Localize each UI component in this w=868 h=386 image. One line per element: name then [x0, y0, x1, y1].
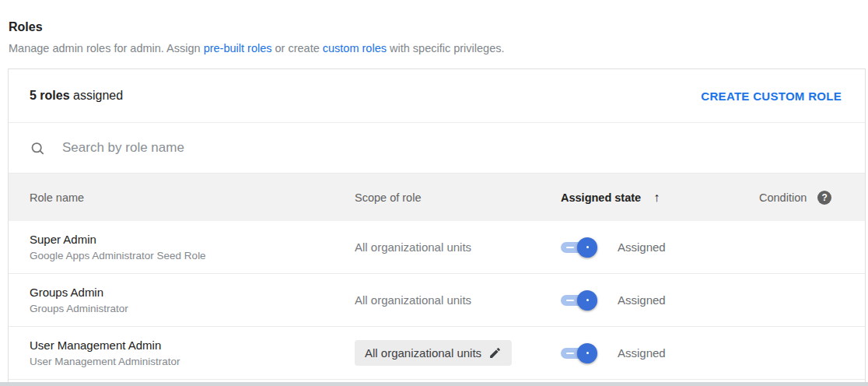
sort-ascending-icon: ↑ — [653, 191, 660, 205]
toggle-knob-icon — [577, 237, 597, 258]
prebuilt-roles-link[interactable]: pre-built roles — [204, 42, 272, 54]
scope-of-role: All organizational units — [355, 240, 471, 254]
search-input[interactable] — [61, 139, 844, 156]
scope-cell: All organizational units — [355, 240, 561, 254]
column-header-assigned-state[interactable]: Assigned state ↑ — [561, 191, 759, 205]
assigned-toggle[interactable] — [561, 290, 598, 311]
role-description: User Management Administrator — [30, 356, 355, 367]
roles-count-number: 5 roles — [30, 89, 70, 102]
toggle-dash-icon — [566, 247, 574, 249]
assigned-state-label: Assigned — [618, 346, 666, 360]
description-text: Manage admin roles for admin. Assign — [9, 42, 204, 54]
page-description: Manage admin roles for admin. Assign pre… — [9, 41, 860, 55]
table-header: Role name Scope of role Assigned state ↑… — [9, 174, 865, 221]
role-description: Google Apps Administrator Seed Role — [30, 250, 355, 261]
role-name: User Management Admin — [30, 339, 355, 352]
assigned-state-cell: Assigned — [561, 237, 759, 258]
role-name-cell: User Management Admin User Management Ad… — [30, 339, 355, 367]
assigned-toggle[interactable] — [561, 343, 598, 363]
role-name: Groups Admin — [30, 286, 355, 299]
search-bar — [9, 123, 865, 174]
page-title: Roles — [9, 20, 860, 34]
roles-count-label: assigned — [70, 89, 124, 102]
assigned-state-cell: Assigned — [561, 343, 759, 363]
help-icon[interactable]: ? — [817, 191, 831, 205]
assigned-toggle[interactable] — [561, 237, 598, 258]
horizontal-scrollbar[interactable] — [0, 382, 868, 386]
table-row-user-management-admin: User Management Admin User Management Ad… — [9, 327, 865, 380]
scope-edit-chip[interactable]: All organizational units — [355, 340, 512, 366]
description-text: with specific privileges. — [387, 42, 505, 54]
roles-count: 5 roles assigned — [30, 89, 123, 103]
card-header: 5 roles assigned CREATE CUSTOM ROLE — [9, 69, 865, 123]
toggle-dash-icon — [566, 353, 574, 355]
role-name: Super Admin — [30, 233, 355, 246]
assigned-state-cell: Assigned — [561, 290, 759, 311]
roles-card: 5 roles assigned CREATE CUSTOM ROLE Role… — [8, 68, 866, 386]
assigned-state-label: Assigned — [618, 240, 666, 254]
toggle-dash-icon — [566, 300, 574, 302]
description-text: or create — [272, 42, 323, 54]
table-row-super-admin: Super Admin Google Apps Administrator Se… — [9, 221, 865, 274]
scope-cell: All organizational units — [355, 293, 561, 307]
toggle-knob-icon — [577, 343, 597, 363]
table-row-groups-admin: Groups Admin Groups Administrator All or… — [9, 274, 865, 327]
custom-roles-link[interactable]: custom roles — [323, 42, 387, 54]
scope-of-role: All organizational units — [355, 293, 471, 307]
column-header-scope[interactable]: Scope of role — [355, 191, 561, 204]
edit-pencil-icon — [488, 346, 502, 360]
scope-cell: All organizational units — [355, 340, 561, 366]
role-description: Groups Administrator — [30, 303, 355, 314]
role-name-cell: Groups Admin Groups Administrator — [30, 286, 355, 314]
toggle-knob-icon — [577, 290, 597, 311]
page-header: Roles Manage admin roles for admin. Assi… — [0, 0, 868, 55]
role-name-cell: Super Admin Google Apps Administrator Se… — [30, 233, 355, 261]
search-icon — [30, 141, 46, 157]
assigned-state-label: Assigned — [618, 293, 666, 307]
column-header-condition[interactable]: Condition ? — [759, 191, 865, 205]
create-custom-role-button[interactable]: CREATE CUSTOM ROLE — [699, 83, 843, 109]
column-header-role-name[interactable]: Role name — [30, 191, 355, 204]
scope-of-role: All organizational units — [365, 346, 481, 360]
